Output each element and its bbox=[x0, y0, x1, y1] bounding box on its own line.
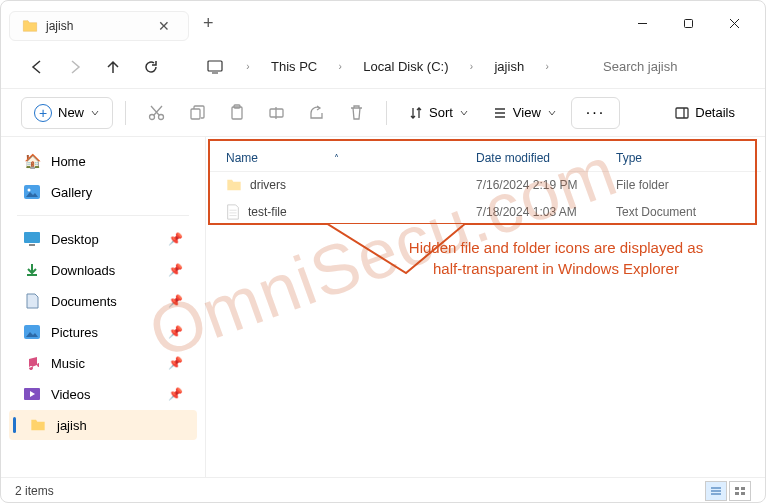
chevron-right-icon: › bbox=[237, 61, 259, 72]
share-button[interactable] bbox=[298, 95, 334, 131]
breadcrumb-drive[interactable]: Local Disk (C:) bbox=[357, 55, 454, 78]
chevron-right-icon: › bbox=[460, 61, 482, 72]
svg-rect-31 bbox=[741, 487, 745, 490]
file-row[interactable]: drivers 7/16/2024 2:19 PM File folder bbox=[210, 172, 761, 198]
maximize-button[interactable] bbox=[665, 7, 711, 39]
svg-rect-20 bbox=[24, 232, 40, 243]
folder-icon bbox=[22, 19, 38, 33]
chevron-right-icon: › bbox=[536, 61, 558, 72]
tab-title: jajish bbox=[46, 19, 144, 33]
folder-icon bbox=[226, 178, 242, 192]
details-label: Details bbox=[695, 105, 735, 120]
music-icon bbox=[23, 354, 41, 372]
view-icon bbox=[493, 106, 507, 120]
column-header-type[interactable]: Type bbox=[616, 151, 736, 165]
pin-icon: 📌 bbox=[168, 294, 183, 308]
sidebar-item-music[interactable]: Music📌 bbox=[9, 348, 197, 378]
file-list: Name˄ Date modified Type drivers 7/16/20… bbox=[206, 137, 765, 477]
chevron-right-icon: › bbox=[329, 61, 351, 72]
svg-rect-32 bbox=[735, 492, 739, 495]
separator bbox=[386, 101, 387, 125]
sort-icon bbox=[409, 106, 423, 120]
svg-point-7 bbox=[158, 115, 163, 120]
svg-point-6 bbox=[149, 115, 154, 120]
pin-icon: 📌 bbox=[168, 387, 183, 401]
sidebar-item-downloads[interactable]: Downloads📌 bbox=[9, 255, 197, 285]
svg-rect-8 bbox=[191, 109, 200, 119]
svg-rect-30 bbox=[735, 487, 739, 490]
home-icon: 🏠 bbox=[23, 152, 41, 170]
pin-icon: 📌 bbox=[168, 232, 183, 246]
desktop-icon bbox=[23, 230, 41, 248]
folder-icon bbox=[29, 416, 47, 434]
breadcrumb-folder[interactable]: jajish bbox=[488, 55, 530, 78]
separator bbox=[125, 101, 126, 125]
delete-button[interactable] bbox=[338, 95, 374, 131]
new-button[interactable]: + New bbox=[21, 97, 113, 129]
sidebar: 🏠Home Gallery Desktop📌 Downloads📌 Docume… bbox=[1, 137, 206, 477]
plus-icon: + bbox=[34, 104, 52, 122]
svg-point-19 bbox=[28, 189, 31, 192]
details-button[interactable]: Details bbox=[665, 99, 745, 126]
downloads-icon bbox=[23, 261, 41, 279]
rename-button[interactable] bbox=[258, 95, 294, 131]
svg-rect-16 bbox=[676, 108, 688, 118]
pin-icon: 📌 bbox=[168, 356, 183, 370]
up-button[interactable] bbox=[97, 51, 129, 83]
copy-button[interactable] bbox=[178, 95, 214, 131]
divider bbox=[17, 215, 189, 216]
column-header-name[interactable]: Name˄ bbox=[226, 151, 476, 165]
sidebar-item-jajish[interactable]: jajish bbox=[9, 410, 197, 440]
details-icon bbox=[675, 106, 689, 120]
pin-icon: 📌 bbox=[168, 325, 183, 339]
annotation-arrow bbox=[266, 223, 466, 283]
annotation-text: Hidden file and folder icons are display… bbox=[406, 237, 706, 279]
sort-label: Sort bbox=[429, 105, 453, 120]
window-tab[interactable]: jajish ✕ bbox=[9, 11, 189, 41]
view-button[interactable]: View bbox=[483, 99, 567, 126]
sort-button[interactable]: Sort bbox=[399, 99, 479, 126]
refresh-button[interactable] bbox=[135, 51, 167, 83]
file-row[interactable]: test-file 7/18/2024 1:03 AM Text Documen… bbox=[210, 198, 761, 226]
svg-rect-21 bbox=[29, 244, 35, 246]
svg-rect-4 bbox=[208, 61, 222, 71]
more-button[interactable]: ··· bbox=[571, 97, 620, 129]
svg-rect-33 bbox=[741, 492, 745, 495]
column-header-date[interactable]: Date modified bbox=[476, 151, 616, 165]
pin-icon: 📌 bbox=[168, 263, 183, 277]
close-button[interactable] bbox=[711, 7, 757, 39]
sidebar-item-home[interactable]: 🏠Home bbox=[9, 146, 197, 176]
documents-icon bbox=[23, 292, 41, 310]
back-button[interactable] bbox=[21, 51, 53, 83]
sidebar-item-videos[interactable]: Videos📌 bbox=[9, 379, 197, 409]
search-input[interactable] bbox=[595, 53, 745, 80]
new-label: New bbox=[58, 105, 84, 120]
sort-indicator-icon: ˄ bbox=[334, 153, 339, 164]
minimize-button[interactable] bbox=[619, 7, 665, 39]
breadcrumb-this-pc[interactable]: This PC bbox=[265, 55, 323, 78]
view-thumbnails-toggle[interactable] bbox=[729, 481, 751, 501]
view-details-toggle[interactable] bbox=[705, 481, 727, 501]
sidebar-item-desktop[interactable]: Desktop📌 bbox=[9, 224, 197, 254]
cut-button[interactable] bbox=[138, 95, 174, 131]
videos-icon bbox=[23, 385, 41, 403]
new-tab-button[interactable]: + bbox=[189, 13, 228, 34]
gallery-icon bbox=[23, 183, 41, 201]
svg-rect-9 bbox=[232, 107, 242, 119]
sidebar-item-documents[interactable]: Documents📌 bbox=[9, 286, 197, 316]
pictures-icon bbox=[23, 323, 41, 341]
sidebar-item-gallery[interactable]: Gallery bbox=[9, 177, 197, 207]
paste-button[interactable] bbox=[218, 95, 254, 131]
tab-close-button[interactable]: ✕ bbox=[152, 18, 176, 34]
view-label: View bbox=[513, 105, 541, 120]
forward-button bbox=[59, 51, 91, 83]
svg-rect-1 bbox=[684, 19, 692, 27]
sidebar-item-pictures[interactable]: Pictures📌 bbox=[9, 317, 197, 347]
status-text: 2 items bbox=[15, 484, 54, 498]
document-icon bbox=[226, 204, 240, 220]
pc-icon[interactable] bbox=[199, 51, 231, 83]
